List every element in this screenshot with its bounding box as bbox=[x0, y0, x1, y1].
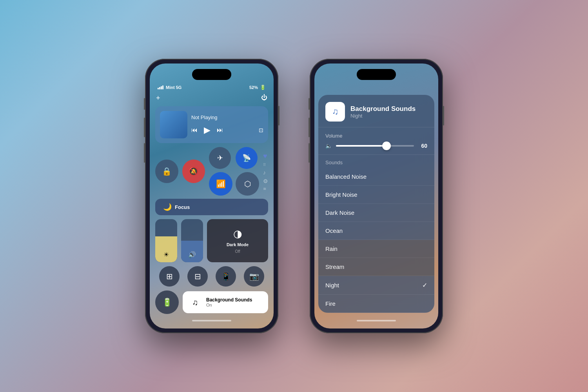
battery-saver-button[interactable]: 🔋 bbox=[155, 290, 179, 314]
stream-label: Stream bbox=[325, 263, 344, 270]
background-sounds-icon: ♫ bbox=[332, 107, 339, 117]
right-controls-grid: ✈ 📡 📶 ⬡ bbox=[209, 147, 259, 196]
sounds-panel-bg: ♫ Background Sounds Night Volume 🔈 bbox=[314, 64, 438, 328]
media-player: Not Playing ⏮ ▶ ⏭ ⊡ bbox=[155, 106, 268, 143]
bg-sounds-row: 🔋 ♫ Background Sounds On bbox=[155, 290, 268, 314]
volume-slider-thumb[interactable] bbox=[382, 142, 391, 150]
battery-saver-icon: 🔋 bbox=[162, 298, 172, 307]
remote-icon: 📱 bbox=[221, 272, 231, 281]
brightness-fill bbox=[155, 236, 177, 262]
phone-1-screen: Mint 5G 52% 🔋 + ⏻ Not Playing ⏮ bbox=[150, 64, 274, 328]
side-icons: ♥ ⠿ ♪ ⚙ ≋ bbox=[263, 152, 268, 191]
panel-title-area: Background Sounds Night bbox=[350, 105, 416, 119]
focus-label: Focus bbox=[175, 204, 190, 210]
sound-item-rain[interactable]: Rain bbox=[318, 240, 434, 258]
keypad-icon: ⊟ bbox=[194, 272, 201, 281]
volume-slider[interactable]: 🔊 bbox=[181, 219, 203, 262]
rain-label: Rain bbox=[325, 245, 338, 252]
sliders-row: ☀ 🔊 ◑ Dark Mode Off bbox=[155, 219, 268, 262]
cast-button[interactable]: 📡 bbox=[236, 147, 258, 169]
dark-noise-label: Dark Noise bbox=[325, 209, 354, 216]
volume-slider-track[interactable] bbox=[336, 145, 414, 147]
fast-forward-button[interactable]: ⏭ bbox=[217, 127, 223, 134]
panel-header: ♫ Background Sounds Night bbox=[318, 95, 434, 127]
sound-wave-icon: ≋ bbox=[263, 187, 268, 191]
sounds-section-label: Sounds bbox=[318, 155, 434, 168]
volume-slider-fill bbox=[336, 145, 387, 147]
battery-icon: 🔋 bbox=[260, 85, 266, 90]
battery-percent: 52% bbox=[249, 85, 258, 90]
top-icons-bar: + ⏻ bbox=[150, 93, 274, 106]
sound-item-fire[interactable]: Fire bbox=[318, 295, 434, 313]
lock-rotation-button[interactable]: 🔒 bbox=[155, 160, 178, 183]
volume-icon: 🔊 bbox=[188, 251, 196, 258]
dark-mode-button[interactable]: ◑ Dark Mode Off bbox=[207, 219, 268, 262]
phone-2: ♫ Background Sounds Night Volume 🔈 bbox=[310, 59, 443, 333]
rewind-button[interactable]: ⏮ bbox=[191, 127, 198, 134]
dark-mode-icon: ◑ bbox=[233, 228, 242, 240]
bg-sounds-title: Background Sounds bbox=[206, 297, 252, 303]
night-checkmark: ✓ bbox=[422, 281, 427, 289]
bg-sounds-info: Background Sounds On bbox=[206, 297, 252, 307]
brightness-icon: ☀ bbox=[163, 251, 169, 258]
keypad-button[interactable]: ⊟ bbox=[187, 266, 208, 287]
remote-button[interactable]: 📱 bbox=[216, 266, 236, 287]
sound-item-ocean[interactable]: Ocean bbox=[318, 222, 434, 240]
airplay-button[interactable]: ⊡ bbox=[259, 127, 263, 133]
media-info: Not Playing ⏮ ▶ ⏭ ⊡ bbox=[191, 114, 263, 135]
lock-rotation-icon: 🔒 bbox=[162, 167, 172, 176]
fire-label: Fire bbox=[325, 300, 336, 307]
sound-item-bright-noise[interactable]: Bright Noise bbox=[318, 186, 434, 204]
balanced-noise-label: Balanced Noise bbox=[325, 173, 367, 180]
bluetooth-button[interactable]: ⬡ bbox=[236, 172, 259, 196]
status-left: Mint 5G bbox=[158, 85, 181, 90]
focus-button[interactable]: 🌙 Focus bbox=[155, 199, 268, 215]
bg-sounds-icon-wrap: ♫ bbox=[188, 295, 202, 309]
phone-2-screen: ♫ Background Sounds Night Volume 🔈 bbox=[314, 64, 438, 328]
dark-mode-sublabel: Off bbox=[235, 249, 240, 254]
dynamic-island-1 bbox=[192, 69, 231, 80]
sound-item-night[interactable]: Night ✓ bbox=[318, 276, 434, 295]
controls-main-row: 🔒 🔕 ✈ 📡 📶 ⬡ bbox=[155, 147, 268, 196]
settings-icon: ⚙ bbox=[263, 178, 268, 184]
moon-icon: 🌙 bbox=[163, 203, 172, 211]
wifi-icon: 📶 bbox=[216, 179, 226, 189]
volume-section: Volume 🔈 60 bbox=[318, 127, 434, 155]
power-icon[interactable]: ⏻ bbox=[261, 94, 267, 102]
airplane-button[interactable]: ✈ bbox=[209, 147, 231, 169]
media-artwork bbox=[160, 111, 187, 138]
bg-sounds-button[interactable]: ♫ Background Sounds On bbox=[183, 291, 268, 313]
sound-item-stream[interactable]: Stream bbox=[318, 258, 434, 276]
mute-icon: 🔕 bbox=[189, 167, 198, 176]
sound-item-dark-noise[interactable]: Dark Noise bbox=[318, 204, 434, 222]
panel-subtitle: Night bbox=[350, 113, 416, 119]
home-indicator-2 bbox=[357, 320, 396, 321]
focus-row: 🌙 Focus bbox=[155, 199, 268, 215]
sounds-list: Sounds Balanced Noise Bright Noise Dark … bbox=[318, 155, 434, 313]
signal-bars bbox=[158, 85, 163, 89]
signal-bar-4 bbox=[162, 85, 163, 89]
scroll-dots: ⠿ bbox=[263, 163, 268, 167]
home-indicator-1 bbox=[192, 320, 231, 321]
phone-1: Mint 5G 52% 🔋 + ⏻ Not Playing ⏮ bbox=[145, 59, 278, 333]
volume-value: 60 bbox=[418, 143, 427, 149]
carrier-name: Mint 5G bbox=[166, 85, 181, 90]
media-controls: ⏮ ▶ ⏭ ⊡ bbox=[191, 125, 263, 135]
favorite-icon: ♥ bbox=[263, 152, 268, 160]
grid-button[interactable]: ⊞ bbox=[159, 266, 180, 287]
wifi-button[interactable]: 📶 bbox=[209, 172, 232, 196]
brightness-slider[interactable]: ☀ bbox=[155, 219, 177, 262]
signal-bar-1 bbox=[158, 88, 159, 89]
play-button[interactable]: ▶ bbox=[204, 125, 211, 135]
bluetooth-icon: ⬡ bbox=[244, 179, 251, 189]
status-right: 52% 🔋 bbox=[249, 85, 266, 90]
add-icon[interactable]: + bbox=[156, 94, 160, 102]
not-playing-label: Not Playing bbox=[191, 114, 263, 120]
camera-button[interactable]: 📷 bbox=[244, 266, 264, 287]
mute-button[interactable]: 🔕 bbox=[182, 160, 205, 183]
bg-sounds-sublabel: On bbox=[206, 303, 252, 307]
camera-icon: 📷 bbox=[249, 272, 259, 281]
sound-item-balanced-noise[interactable]: Balanced Noise bbox=[318, 168, 434, 186]
music-note-icon: ♪ bbox=[263, 169, 268, 176]
panel-icon-wrap: ♫ bbox=[325, 102, 345, 122]
